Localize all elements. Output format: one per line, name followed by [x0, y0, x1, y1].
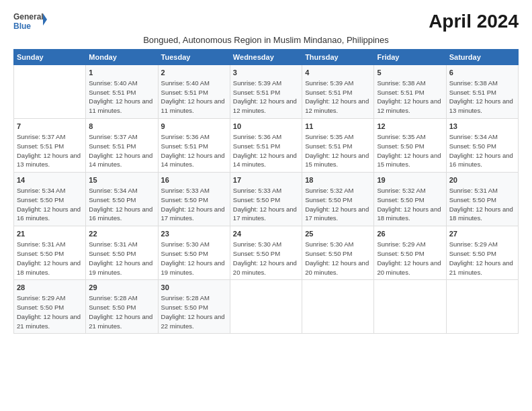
page: General Blue April 2024 Bongued, Autonom…: [0, 0, 532, 411]
day-number: 14: [17, 175, 83, 185]
cell-info: Sunrise: 5:35 AMSunset: 5:51 PMDaylight:…: [305, 133, 369, 168]
day-number: 27: [449, 229, 515, 239]
cell-info: Sunrise: 5:30 AMSunset: 5:50 PMDaylight:…: [161, 240, 225, 275]
logo-svg: General Blue: [13, 11, 47, 32]
week-row-2: 7Sunrise: 5:37 AMSunset: 5:51 PMDaylight…: [14, 119, 519, 173]
svg-marker-2: [43, 13, 47, 26]
day-number: 22: [89, 229, 154, 239]
svg-text:General: General: [13, 12, 44, 21]
cell-info: Sunrise: 5:38 AMSunset: 5:51 PMDaylight:…: [449, 79, 513, 114]
day-number: 15: [89, 175, 154, 185]
day-number: 8: [89, 122, 154, 132]
day-number: 30: [161, 283, 227, 293]
cell-info: Sunrise: 5:32 AMSunset: 5:50 PMDaylight:…: [377, 187, 441, 222]
calendar-cell: 20Sunrise: 5:31 AMSunset: 5:50 PMDayligh…: [446, 173, 518, 226]
day-number: 21: [17, 229, 83, 239]
cell-info: Sunrise: 5:34 AMSunset: 5:50 PMDaylight:…: [17, 187, 81, 222]
cell-info: Sunrise: 5:29 AMSunset: 5:50 PMDaylight:…: [17, 294, 81, 329]
calendar-cell: 29Sunrise: 5:28 AMSunset: 5:50 PMDayligh…: [86, 280, 158, 334]
svg-text:Blue: Blue: [13, 21, 31, 31]
col-saturday: Saturday: [446, 50, 518, 65]
day-number: 13: [449, 122, 515, 132]
cell-info: Sunrise: 5:35 AMSunset: 5:50 PMDaylight:…: [377, 133, 441, 168]
calendar-cell: 12Sunrise: 5:35 AMSunset: 5:50 PMDayligh…: [374, 119, 446, 173]
day-number: 2: [161, 68, 227, 78]
calendar-cell: 10Sunrise: 5:36 AMSunset: 5:51 PMDayligh…: [230, 119, 302, 173]
calendar-cell: 3Sunrise: 5:39 AMSunset: 5:51 PMDaylight…: [230, 65, 302, 119]
week-row-1: 1Sunrise: 5:40 AMSunset: 5:51 PMDaylight…: [14, 65, 519, 119]
day-number: 17: [233, 175, 299, 185]
calendar-cell: 19Sunrise: 5:32 AMSunset: 5:50 PMDayligh…: [374, 173, 446, 226]
calendar-cell: 1Sunrise: 5:40 AMSunset: 5:51 PMDaylight…: [86, 65, 158, 119]
day-number: 24: [233, 229, 299, 239]
calendar-cell: 16Sunrise: 5:33 AMSunset: 5:50 PMDayligh…: [158, 173, 230, 226]
cell-info: Sunrise: 5:32 AMSunset: 5:50 PMDaylight:…: [305, 187, 369, 222]
col-wednesday: Wednesday: [230, 50, 302, 65]
calendar-table: Sunday Monday Tuesday Wednesday Thursday…: [13, 49, 519, 334]
cell-info: Sunrise: 5:33 AMSunset: 5:50 PMDaylight:…: [161, 187, 225, 222]
day-number: 20: [449, 175, 515, 185]
day-number: 9: [161, 122, 227, 132]
cell-info: Sunrise: 5:30 AMSunset: 5:50 PMDaylight:…: [233, 240, 297, 275]
col-friday: Friday: [374, 50, 446, 65]
calendar-cell: [14, 65, 86, 119]
cell-info: Sunrise: 5:31 AMSunset: 5:50 PMDaylight:…: [89, 240, 152, 275]
day-number: 7: [17, 122, 83, 132]
calendar-cell: 27Sunrise: 5:29 AMSunset: 5:50 PMDayligh…: [446, 226, 518, 280]
day-number: 23: [161, 229, 227, 239]
cell-info: Sunrise: 5:36 AMSunset: 5:51 PMDaylight:…: [161, 133, 225, 168]
week-row-3: 14Sunrise: 5:34 AMSunset: 5:50 PMDayligh…: [14, 173, 519, 226]
cell-info: Sunrise: 5:37 AMSunset: 5:51 PMDaylight:…: [17, 133, 81, 168]
calendar-cell: 5Sunrise: 5:38 AMSunset: 5:51 PMDaylight…: [374, 65, 446, 119]
day-number: 29: [89, 283, 154, 293]
calendar-cell: 24Sunrise: 5:30 AMSunset: 5:50 PMDayligh…: [230, 226, 302, 280]
calendar-cell: 11Sunrise: 5:35 AMSunset: 5:51 PMDayligh…: [302, 119, 374, 173]
header: General Blue April 2024: [13, 11, 519, 32]
col-monday: Monday: [86, 50, 158, 65]
calendar-cell: 18Sunrise: 5:32 AMSunset: 5:50 PMDayligh…: [302, 173, 374, 226]
calendar-cell: 21Sunrise: 5:31 AMSunset: 5:50 PMDayligh…: [14, 226, 86, 280]
col-tuesday: Tuesday: [158, 50, 230, 65]
day-number: 28: [17, 283, 83, 293]
logo: General Blue: [13, 11, 47, 32]
col-thursday: Thursday: [302, 50, 374, 65]
calendar-cell: 28Sunrise: 5:29 AMSunset: 5:50 PMDayligh…: [14, 280, 86, 334]
day-number: 16: [161, 175, 227, 185]
calendar-cell: 15Sunrise: 5:34 AMSunset: 5:50 PMDayligh…: [86, 173, 158, 226]
calendar-cell: 25Sunrise: 5:30 AMSunset: 5:50 PMDayligh…: [302, 226, 374, 280]
calendar-cell: 9Sunrise: 5:36 AMSunset: 5:51 PMDaylight…: [158, 119, 230, 173]
cell-info: Sunrise: 5:37 AMSunset: 5:51 PMDaylight:…: [89, 133, 152, 168]
calendar-cell: [230, 280, 302, 334]
day-number: 12: [377, 122, 443, 132]
cell-info: Sunrise: 5:29 AMSunset: 5:50 PMDaylight:…: [449, 240, 513, 275]
cell-info: Sunrise: 5:36 AMSunset: 5:51 PMDaylight:…: [233, 133, 297, 168]
cell-info: Sunrise: 5:34 AMSunset: 5:50 PMDaylight:…: [89, 187, 152, 222]
day-number: 19: [377, 175, 443, 185]
cell-info: Sunrise: 5:38 AMSunset: 5:51 PMDaylight:…: [377, 79, 441, 114]
day-number: 18: [305, 175, 371, 185]
cell-info: Sunrise: 5:33 AMSunset: 5:50 PMDaylight:…: [233, 187, 297, 222]
cell-info: Sunrise: 5:39 AMSunset: 5:51 PMDaylight:…: [305, 79, 369, 114]
header-row: Sunday Monday Tuesday Wednesday Thursday…: [14, 50, 519, 65]
cell-info: Sunrise: 5:40 AMSunset: 5:51 PMDaylight:…: [161, 79, 225, 114]
calendar-cell: 6Sunrise: 5:38 AMSunset: 5:51 PMDaylight…: [446, 65, 518, 119]
day-number: 10: [233, 122, 299, 132]
calendar-cell: 4Sunrise: 5:39 AMSunset: 5:51 PMDaylight…: [302, 65, 374, 119]
cell-info: Sunrise: 5:39 AMSunset: 5:51 PMDaylight:…: [233, 79, 297, 114]
calendar-cell: 22Sunrise: 5:31 AMSunset: 5:50 PMDayligh…: [86, 226, 158, 280]
cell-info: Sunrise: 5:40 AMSunset: 5:51 PMDaylight:…: [89, 79, 152, 114]
day-number: 3: [233, 68, 299, 78]
calendar-cell: 14Sunrise: 5:34 AMSunset: 5:50 PMDayligh…: [14, 173, 86, 226]
subtitle: Bongued, Autonomous Region in Muslim Min…: [13, 35, 519, 45]
day-number: 4: [305, 68, 371, 78]
calendar-cell: 13Sunrise: 5:34 AMSunset: 5:50 PMDayligh…: [446, 119, 518, 173]
calendar-cell: [374, 280, 446, 334]
cell-info: Sunrise: 5:28 AMSunset: 5:50 PMDaylight:…: [89, 294, 152, 329]
cell-info: Sunrise: 5:31 AMSunset: 5:50 PMDaylight:…: [17, 240, 81, 275]
calendar-cell: 7Sunrise: 5:37 AMSunset: 5:51 PMDaylight…: [14, 119, 86, 173]
day-number: 6: [449, 68, 515, 78]
col-sunday: Sunday: [14, 50, 86, 65]
day-number: 11: [305, 122, 371, 132]
calendar-cell: 30Sunrise: 5:28 AMSunset: 5:50 PMDayligh…: [158, 280, 230, 334]
cell-info: Sunrise: 5:34 AMSunset: 5:50 PMDaylight:…: [449, 133, 513, 168]
